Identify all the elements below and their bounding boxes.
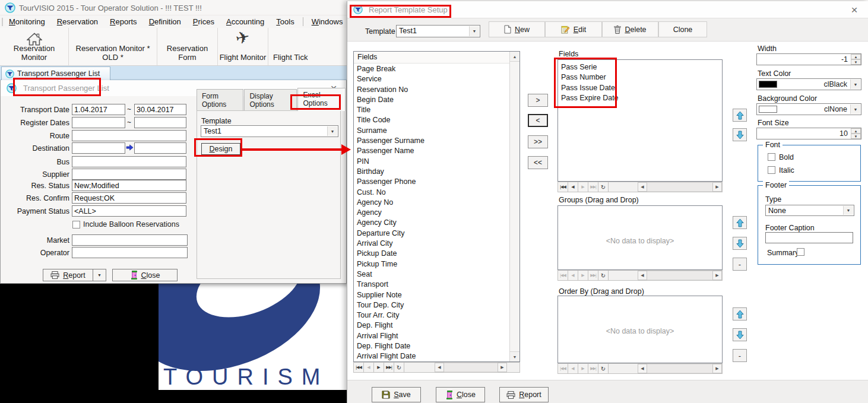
nav-first-button[interactable] [558, 182, 568, 192]
spin-up-icon[interactable]: ▲ [851, 128, 861, 134]
report-dropdown-button[interactable]: ▼ [93, 269, 106, 281]
menu-item[interactable]: Tools [270, 16, 300, 27]
nav-prev-button[interactable] [568, 364, 578, 373]
footer-type-combobox[interactable]: None [765, 205, 854, 216]
nav-refresh-button[interactable] [598, 271, 609, 280]
list-item[interactable]: Departure City [354, 229, 509, 239]
nav-refresh-button[interactable] [394, 363, 404, 372]
horizontal-scrollbar[interactable] [638, 182, 722, 192]
scroll-track[interactable] [444, 363, 498, 372]
scroll-left-icon[interactable] [638, 182, 647, 192]
nav-last-button[interactable] [588, 182, 598, 192]
nav-next-button[interactable] [578, 364, 588, 373]
list-item[interactable]: Passenger Name [354, 146, 509, 156]
list-item[interactable]: Agency No [354, 198, 509, 208]
scroll-left-icon[interactable] [638, 271, 647, 280]
bus-input[interactable] [72, 156, 186, 167]
font-size-spin-edit[interactable]: 10 ▲▼ [756, 128, 861, 139]
text-color-combobox[interactable]: clBlack [756, 78, 861, 90]
chevron-down-icon[interactable] [850, 80, 860, 89]
groups-move-down-button[interactable] [733, 237, 747, 250]
clone-button[interactable]: Clone [658, 21, 707, 37]
destination-to-input[interactable] [134, 142, 186, 154]
scroll-up-icon[interactable]: ▲ [510, 52, 519, 62]
list-item[interactable]: Begin Date [354, 95, 509, 105]
list-item[interactable]: Transport [354, 280, 509, 290]
market-input[interactable] [72, 234, 188, 246]
background-color-combobox[interactable]: clNone [756, 103, 861, 115]
tab-form-options[interactable]: Form Options [197, 89, 243, 111]
register-date-from-input[interactable] [72, 117, 125, 128]
order-by-dropzone[interactable]: <No data to display> [557, 296, 723, 363]
menu-item[interactable]: Reservation [51, 16, 104, 27]
width-spin-edit[interactable]: -1 ▲▼ [756, 53, 861, 65]
chevron-down-icon[interactable] [850, 104, 860, 114]
transport-date-to-input[interactable] [134, 104, 186, 115]
menu-item[interactable]: Monitoring [3, 16, 51, 27]
horizontal-scrollbar[interactable] [638, 364, 722, 373]
list-item[interactable]: PIN [354, 157, 509, 167]
list-item[interactable]: Passenger Phone [354, 177, 509, 187]
menu-item[interactable]: Accounting [220, 16, 270, 27]
move-left-button[interactable]: < [528, 114, 548, 127]
scroll-right-icon[interactable] [712, 364, 722, 373]
list-item[interactable]: Seat [354, 269, 509, 280]
res-status-input[interactable] [72, 180, 186, 191]
template-combobox[interactable]: Test1 [201, 125, 338, 137]
list-item[interactable]: Supplier Note [354, 290, 509, 300]
chevron-down-icon[interactable] [469, 26, 479, 36]
template-combobox[interactable]: Test1 [396, 25, 480, 37]
nav-first-button[interactable] [558, 271, 568, 280]
destination-from-input[interactable] [72, 142, 125, 154]
operator-input[interactable] [72, 247, 188, 258]
nav-next-button[interactable] [578, 271, 588, 280]
vertical-scrollbar[interactable]: ▲ ▼ [509, 52, 519, 361]
nav-prev-button[interactable] [568, 271, 578, 280]
list-item[interactable]: Arrival City [354, 239, 509, 249]
res-confirm-input[interactable] [72, 192, 186, 204]
italic-checkbox[interactable] [768, 166, 775, 174]
nav-next-button[interactable] [578, 182, 588, 192]
list-item[interactable]: Passenger Surname [354, 136, 509, 146]
register-date-to-input[interactable] [134, 117, 186, 128]
toolbar-button-reservation-form[interactable]: Reservation Form [157, 28, 218, 65]
order-move-down-button[interactable] [733, 328, 747, 341]
list-item[interactable]: Cust. No [354, 188, 509, 198]
nav-refresh-button[interactable] [598, 182, 609, 192]
edit-button[interactable]: Edit [545, 21, 602, 37]
nav-last-button[interactable] [588, 364, 598, 373]
move-up-button[interactable] [733, 109, 747, 122]
menu-item[interactable]: Prices [187, 16, 220, 27]
nav-refresh-button[interactable] [598, 364, 609, 373]
list-item[interactable]: Arrival Flight [354, 331, 509, 341]
list-item[interactable]: Agency [354, 208, 509, 218]
new-button[interactable]: New [489, 21, 545, 37]
bold-checkbox[interactable] [768, 153, 775, 161]
list-item[interactable]: Dep. Flight [354, 321, 509, 331]
scroll-track[interactable] [647, 271, 712, 280]
menu-item[interactable]: Reports [104, 16, 143, 27]
list-item[interactable]: Surname [354, 126, 509, 136]
groups-remove-button[interactable]: - [733, 258, 747, 271]
dialog-close-button[interactable]: Close [436, 387, 485, 402]
list-item[interactable]: Birthday [354, 167, 509, 177]
include-balloon-checkbox[interactable] [72, 221, 80, 229]
list-item[interactable]: Agency City [354, 218, 509, 228]
list-item[interactable]: Title [354, 105, 509, 115]
nav-first-button[interactable] [354, 363, 364, 372]
nav-last-button[interactable] [588, 271, 598, 280]
scroll-right-icon[interactable] [498, 363, 507, 372]
nav-prev-button[interactable] [568, 182, 578, 192]
tab-display-options[interactable]: Display Options [244, 89, 297, 111]
footer-caption-input[interactable] [765, 232, 853, 243]
nav-prev-button[interactable] [364, 363, 374, 372]
save-button[interactable]: Save [372, 387, 421, 402]
scroll-right-icon[interactable] [712, 182, 722, 192]
horizontal-scrollbar[interactable] [435, 363, 507, 372]
list-item[interactable]: Pickup Time [354, 259, 509, 269]
move-down-button[interactable] [733, 128, 747, 141]
spin-down-icon[interactable]: ▼ [851, 134, 861, 139]
close-icon[interactable]: × [848, 5, 861, 15]
report-button[interactable]: Report [43, 269, 93, 281]
move-all-right-button[interactable]: >> [528, 135, 548, 148]
